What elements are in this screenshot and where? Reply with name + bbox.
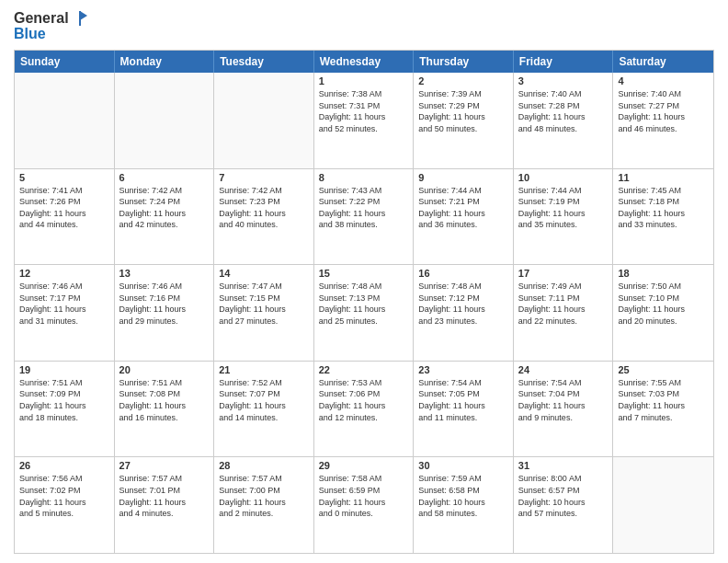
- day-info: Sunrise: 7:39 AM Sunset: 7:29 PM Dayligh…: [418, 88, 508, 134]
- day-info: Sunrise: 7:40 AM Sunset: 7:28 PM Dayligh…: [518, 88, 609, 134]
- day-info: Sunrise: 7:56 AM Sunset: 7:02 PM Dayligh…: [19, 473, 109, 519]
- day-info: Sunrise: 7:51 AM Sunset: 7:09 PM Dayligh…: [19, 377, 109, 423]
- day-info: Sunrise: 7:46 AM Sunset: 7:17 PM Dayligh…: [19, 281, 109, 327]
- day-header-sunday: Sunday: [15, 51, 115, 73]
- day-header-wednesday: Wednesday: [314, 51, 415, 73]
- day-number: 30: [418, 460, 508, 471]
- day-info: Sunrise: 7:42 AM Sunset: 7:24 PM Dayligh…: [119, 185, 210, 231]
- day-cell: 4Sunrise: 7:40 AM Sunset: 7:27 PM Daylig…: [613, 73, 713, 168]
- day-cell: 27Sunrise: 7:57 AM Sunset: 7:01 PM Dayli…: [115, 457, 215, 553]
- logo-general: General: [14, 10, 69, 27]
- day-number: 29: [319, 460, 409, 471]
- page-header: General Blue: [14, 9, 714, 42]
- day-number: 25: [618, 364, 709, 375]
- day-info: Sunrise: 7:52 AM Sunset: 7:07 PM Dayligh…: [219, 377, 309, 423]
- day-info: Sunrise: 7:51 AM Sunset: 7:08 PM Dayligh…: [119, 377, 210, 423]
- week-row-1: 1Sunrise: 7:38 AM Sunset: 7:31 PM Daylig…: [15, 73, 713, 169]
- week-row-5: 26Sunrise: 7:56 AM Sunset: 7:02 PM Dayli…: [15, 457, 713, 553]
- day-number: 24: [518, 364, 609, 375]
- day-info: Sunrise: 7:46 AM Sunset: 7:16 PM Dayligh…: [119, 281, 210, 327]
- day-info: Sunrise: 7:55 AM Sunset: 7:03 PM Dayligh…: [618, 377, 709, 423]
- day-number: 16: [418, 268, 508, 279]
- day-cell: 5Sunrise: 7:41 AM Sunset: 7:26 PM Daylig…: [15, 169, 115, 265]
- day-cell: 23Sunrise: 7:54 AM Sunset: 7:05 PM Dayli…: [414, 362, 514, 457]
- day-cell: 16Sunrise: 7:48 AM Sunset: 7:12 PM Dayli…: [414, 265, 514, 361]
- day-cell: 18Sunrise: 7:50 AM Sunset: 7:10 PM Dayli…: [613, 265, 713, 361]
- day-cell: [214, 73, 314, 168]
- day-cell: 29Sunrise: 7:58 AM Sunset: 6:59 PM Dayli…: [314, 457, 415, 553]
- week-row-2: 5Sunrise: 7:41 AM Sunset: 7:26 PM Daylig…: [15, 169, 713, 266]
- day-number: 17: [518, 268, 609, 279]
- day-number: 20: [119, 364, 210, 375]
- day-number: 31: [518, 460, 609, 471]
- day-cell: 6Sunrise: 7:42 AM Sunset: 7:24 PM Daylig…: [115, 169, 215, 265]
- day-info: Sunrise: 7:49 AM Sunset: 7:11 PM Dayligh…: [518, 281, 609, 327]
- day-cell: 30Sunrise: 7:59 AM Sunset: 6:58 PM Dayli…: [414, 457, 514, 553]
- day-cell: 13Sunrise: 7:46 AM Sunset: 7:16 PM Dayli…: [115, 265, 215, 361]
- day-number: 4: [618, 75, 709, 86]
- day-info: Sunrise: 7:43 AM Sunset: 7:22 PM Dayligh…: [319, 185, 409, 231]
- day-number: 5: [19, 172, 109, 183]
- calendar: SundayMondayTuesdayWednesdayThursdayFrid…: [14, 50, 714, 554]
- day-number: 14: [219, 268, 309, 279]
- day-number: 28: [219, 460, 309, 471]
- day-info: Sunrise: 7:42 AM Sunset: 7:23 PM Dayligh…: [219, 185, 309, 231]
- day-number: 15: [319, 268, 409, 279]
- day-header-tuesday: Tuesday: [214, 51, 314, 73]
- logo-blue: Blue: [14, 26, 89, 42]
- day-info: Sunrise: 7:41 AM Sunset: 7:26 PM Dayligh…: [19, 185, 109, 231]
- day-cell: 31Sunrise: 8:00 AM Sunset: 6:57 PM Dayli…: [514, 457, 614, 553]
- day-info: Sunrise: 7:44 AM Sunset: 7:19 PM Dayligh…: [518, 185, 609, 231]
- day-info: Sunrise: 7:54 AM Sunset: 7:04 PM Dayligh…: [518, 377, 609, 423]
- day-number: 9: [418, 172, 508, 183]
- day-header-saturday: Saturday: [613, 51, 713, 73]
- day-info: Sunrise: 7:50 AM Sunset: 7:10 PM Dayligh…: [618, 281, 709, 327]
- day-number: 21: [219, 364, 309, 375]
- day-cell: 22Sunrise: 7:53 AM Sunset: 7:06 PM Dayli…: [314, 362, 415, 457]
- day-cell: 14Sunrise: 7:47 AM Sunset: 7:15 PM Dayli…: [214, 265, 314, 361]
- day-cell: [613, 457, 713, 553]
- logo-flag-icon: [71, 9, 89, 28]
- day-cell: 28Sunrise: 7:57 AM Sunset: 7:00 PM Dayli…: [214, 457, 314, 553]
- day-number: 22: [319, 364, 409, 375]
- day-number: 2: [418, 75, 508, 86]
- day-info: Sunrise: 7:54 AM Sunset: 7:05 PM Dayligh…: [418, 377, 508, 423]
- day-info: Sunrise: 7:47 AM Sunset: 7:15 PM Dayligh…: [219, 281, 309, 327]
- day-cell: 12Sunrise: 7:46 AM Sunset: 7:17 PM Dayli…: [15, 265, 115, 361]
- day-info: Sunrise: 7:48 AM Sunset: 7:12 PM Dayligh…: [418, 281, 508, 327]
- day-cell: 7Sunrise: 7:42 AM Sunset: 7:23 PM Daylig…: [214, 169, 314, 265]
- day-cell: 17Sunrise: 7:49 AM Sunset: 7:11 PM Dayli…: [514, 265, 614, 361]
- day-number: 8: [319, 172, 409, 183]
- day-number: 7: [219, 172, 309, 183]
- day-info: Sunrise: 7:44 AM Sunset: 7:21 PM Dayligh…: [418, 185, 508, 231]
- day-info: Sunrise: 7:57 AM Sunset: 7:01 PM Dayligh…: [119, 473, 210, 519]
- day-number: 18: [618, 268, 709, 279]
- day-cell: 8Sunrise: 7:43 AM Sunset: 7:22 PM Daylig…: [314, 169, 415, 265]
- day-cell: 10Sunrise: 7:44 AM Sunset: 7:19 PM Dayli…: [514, 169, 614, 265]
- day-cell: [115, 73, 215, 168]
- day-number: 6: [119, 172, 210, 183]
- day-cell: 20Sunrise: 7:51 AM Sunset: 7:08 PM Dayli…: [115, 362, 215, 457]
- day-cell: 15Sunrise: 7:48 AM Sunset: 7:13 PM Dayli…: [314, 265, 415, 361]
- day-number: 11: [618, 172, 709, 183]
- day-cell: 25Sunrise: 7:55 AM Sunset: 7:03 PM Dayli…: [613, 362, 713, 457]
- calendar-body: 1Sunrise: 7:38 AM Sunset: 7:31 PM Daylig…: [15, 73, 713, 553]
- day-info: Sunrise: 7:59 AM Sunset: 6:58 PM Dayligh…: [418, 473, 508, 519]
- day-info: Sunrise: 7:48 AM Sunset: 7:13 PM Dayligh…: [319, 281, 409, 327]
- day-info: Sunrise: 7:38 AM Sunset: 7:31 PM Dayligh…: [319, 88, 409, 134]
- week-row-4: 19Sunrise: 7:51 AM Sunset: 7:09 PM Dayli…: [15, 362, 713, 458]
- day-cell: 9Sunrise: 7:44 AM Sunset: 7:21 PM Daylig…: [414, 169, 514, 265]
- day-cell: 2Sunrise: 7:39 AM Sunset: 7:29 PM Daylig…: [414, 73, 514, 168]
- day-number: 26: [19, 460, 109, 471]
- day-cell: 11Sunrise: 7:45 AM Sunset: 7:18 PM Dayli…: [613, 169, 713, 265]
- day-number: 1: [319, 75, 409, 86]
- day-info: Sunrise: 8:00 AM Sunset: 6:57 PM Dayligh…: [518, 473, 609, 519]
- day-info: Sunrise: 7:57 AM Sunset: 7:00 PM Dayligh…: [219, 473, 309, 519]
- day-number: 23: [418, 364, 508, 375]
- day-number: 13: [119, 268, 210, 279]
- day-header-monday: Monday: [115, 51, 215, 73]
- day-cell: 26Sunrise: 7:56 AM Sunset: 7:02 PM Dayli…: [15, 457, 115, 553]
- day-info: Sunrise: 7:45 AM Sunset: 7:18 PM Dayligh…: [618, 185, 709, 231]
- day-header-thursday: Thursday: [414, 51, 514, 73]
- day-header-friday: Friday: [514, 51, 614, 73]
